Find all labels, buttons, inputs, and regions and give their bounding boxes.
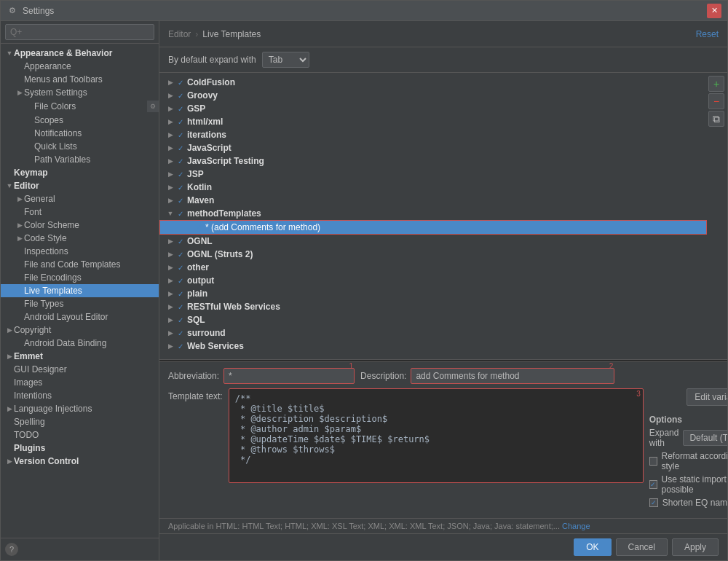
- sidebar-item-emmet[interactable]: Emmet: [1, 350, 159, 363]
- sidebar-item-copyright[interactable]: Copyright: [1, 323, 159, 337]
- templates-list-container: ▶ ColdFusion ▶ Groovy ▶: [159, 73, 727, 359]
- shorten-eq-checkbox[interactable]: ✓: [649, 498, 658, 507]
- sidebar-item-path-variables[interactable]: Path Variables: [1, 153, 159, 166]
- sidebar-item-quick-lists[interactable]: Quick Lists: [1, 140, 159, 153]
- sidebar-item-todo[interactable]: TODO: [1, 428, 159, 442]
- help-icon[interactable]: ?: [5, 543, 18, 556]
- sidebar-item-file-types[interactable]: File Types: [1, 297, 159, 310]
- copy-template-button[interactable]: ⧉: [708, 111, 724, 127]
- sidebar-item-intentions[interactable]: Intentions: [1, 389, 159, 402]
- expand-arrow: [5, 378, 14, 387]
- sidebar-item-label: Notifications: [34, 128, 82, 138]
- group-check: [175, 302, 186, 312]
- expand-arrow: [5, 352, 14, 361]
- sidebar-item-live-templates[interactable]: Live Templates: [1, 284, 159, 297]
- expand-with-select[interactable]: Tab Enter Space: [262, 52, 309, 68]
- template-group-html-xml[interactable]: ▶ html/xml: [159, 115, 707, 128]
- sidebar-item-file-encodings[interactable]: File Encodings: [1, 271, 159, 284]
- reset-button[interactable]: Reset: [696, 29, 719, 39]
- template-group-gsp[interactable]: ▶ GSP: [159, 102, 707, 115]
- sidebar-item-file-colors[interactable]: File Colors ⚙: [1, 99, 159, 114]
- template-group-maven[interactable]: ▶ Maven: [159, 194, 707, 207]
- sidebar-item-code-style[interactable]: Code Style: [1, 232, 159, 245]
- breadcrumb-separator: ›: [195, 29, 198, 39]
- sidebar-item-keymap[interactable]: Keymap: [1, 166, 159, 179]
- template-group-ognl-struts2[interactable]: ▶ OGNL (Struts 2): [159, 248, 707, 261]
- group-arrow: ▶: [165, 262, 175, 272]
- static-import-checkbox[interactable]: ✓: [649, 480, 657, 489]
- sidebar-item-spelling[interactable]: Spelling: [1, 415, 159, 428]
- sidebar-item-font[interactable]: Font: [1, 205, 159, 219]
- template-group-kotlin[interactable]: ▶ Kotlin: [159, 181, 707, 194]
- template-group-restful[interactable]: ▶ RESTful Web Services: [159, 300, 707, 313]
- sidebar-item-file-code-templates[interactable]: File and Code Templates: [1, 258, 159, 271]
- template-group-jsp[interactable]: ▶ JSP: [159, 168, 707, 181]
- group-arrow: ▶: [165, 117, 175, 127]
- expand-arrow: [15, 313, 24, 321]
- sidebar-item-general[interactable]: General: [1, 192, 159, 205]
- reformat-checkbox[interactable]: [649, 457, 657, 466]
- template-item-add-comments[interactable]: * (add Comments for method): [159, 220, 707, 235]
- group-name: JavaScript Testing: [187, 156, 264, 166]
- template-group-iterations[interactable]: ▶ iterations: [159, 128, 707, 141]
- sidebar-item-label: File Encodings: [24, 272, 82, 283]
- sidebar-item-scopes[interactable]: Scopes: [1, 114, 159, 127]
- template-group-output[interactable]: ▶ output: [159, 274, 707, 287]
- template-group-web-services[interactable]: ▶ Web Services: [159, 340, 707, 353]
- edit-variables-button[interactable]: Edit variables: [687, 388, 727, 406]
- sidebar-item-language-injections[interactable]: Language Injections: [1, 402, 159, 415]
- sidebar-item-version-control[interactable]: Version Control: [1, 455, 159, 468]
- template-group-javascript-testing[interactable]: ▶ JavaScript Testing: [159, 154, 707, 168]
- sidebar-item-label: Language Injections: [14, 404, 92, 414]
- sidebar-item-notifications[interactable]: Notifications: [1, 127, 159, 140]
- sidebar-item-editor[interactable]: Editor: [1, 179, 159, 192]
- sidebar-item-color-scheme[interactable]: Color Scheme: [1, 219, 159, 232]
- text-number: 3: [636, 390, 641, 398]
- expand-arrow: [15, 208, 24, 216]
- desc-label: Description:: [360, 371, 406, 381]
- template-group-coldfusion[interactable]: ▶ ColdFusion: [159, 76, 707, 89]
- search-input[interactable]: [5, 24, 154, 40]
- group-arrow: ▶: [165, 236, 175, 246]
- description-input[interactable]: [411, 368, 614, 384]
- sidebar-item-images[interactable]: Images: [1, 376, 159, 389]
- template-group-surround[interactable]: ▶ surround: [159, 326, 707, 340]
- sidebar-item-android-data-binding[interactable]: Android Data Binding: [1, 337, 159, 350]
- sidebar-item-label: Plugins: [14, 443, 45, 453]
- template-group-javascript[interactable]: ▶ JavaScript: [159, 141, 707, 154]
- cancel-button[interactable]: Cancel: [616, 538, 668, 556]
- sidebar-item-appearance[interactable]: Appearance: [1, 60, 159, 73]
- template-group-sql[interactable]: ▶ SQL: [159, 313, 707, 326]
- sidebar-item-plugins[interactable]: Plugins: [1, 442, 159, 455]
- sidebar-bottom: ?: [1, 538, 159, 560]
- abbreviation-input[interactable]: [223, 368, 355, 384]
- template-group-ognl[interactable]: ▶ OGNL: [159, 235, 707, 248]
- sidebar-item-inspections[interactable]: Inspections: [1, 245, 159, 258]
- sidebar-item-appearance-behavior[interactable]: Appearance & Behavior: [1, 47, 159, 60]
- add-template-button[interactable]: +: [708, 76, 724, 92]
- expand-arrow: [5, 417, 14, 426]
- apply-button[interactable]: Apply: [672, 538, 719, 556]
- ok-button[interactable]: OK: [574, 538, 611, 556]
- template-text-input[interactable]: /** * @title $title$ * @description $des…: [229, 388, 644, 483]
- template-group-method-templates[interactable]: ▼ methodTemplates: [159, 207, 707, 220]
- expand-arrow: [5, 431, 14, 439]
- expand-with-select[interactable]: Default (Tab) Tab Enter: [683, 430, 727, 446]
- group-name: Maven: [187, 195, 214, 205]
- sidebar-item-android-layout-editor[interactable]: Android Layout Editor: [1, 310, 159, 323]
- sidebar-item-label: Spelling: [14, 417, 45, 427]
- template-group-groovy[interactable]: ▶ Groovy: [159, 89, 707, 102]
- sidebar-item-label: Scopes: [34, 115, 63, 125]
- close-button[interactable]: ✕: [707, 4, 721, 18]
- group-name: iterations: [187, 130, 226, 140]
- sidebar-item-gui-designer[interactable]: GUI Designer: [1, 363, 159, 376]
- template-group-other[interactable]: ▶ other: [159, 261, 707, 274]
- group-name: RESTful Web Services: [187, 302, 280, 312]
- template-group-plain[interactable]: ▶ plain: [159, 287, 707, 300]
- sidebar-item-system-settings[interactable]: System Settings: [1, 86, 159, 99]
- sidebar-item-menus-toolbars[interactable]: Menus and Toolbars: [1, 73, 159, 86]
- change-applicable-link[interactable]: Change: [562, 522, 590, 530]
- remove-template-button[interactable]: −: [708, 93, 724, 109]
- sidebar-item-label: Appearance: [24, 61, 71, 71]
- group-arrow: ▶: [165, 90, 175, 101]
